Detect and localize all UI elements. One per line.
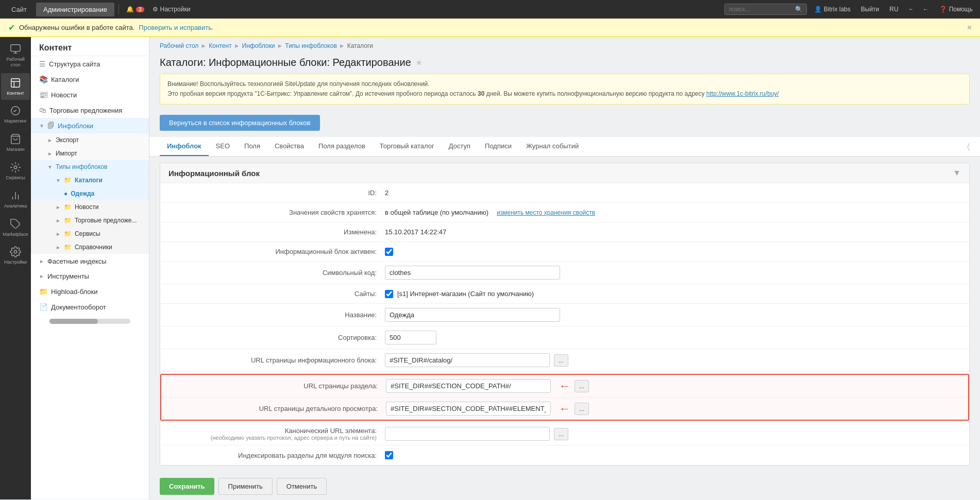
sidebar-scrollbar[interactable] <box>49 319 130 324</box>
url-section-browse-button[interactable]: ... <box>575 380 589 392</box>
alert-link[interactable]: Проверить и исправить. <box>139 24 213 31</box>
breadcrumb-sep-4: ► <box>339 42 345 49</box>
sidebar-icon-shop[interactable]: Магазин <box>1 129 30 157</box>
settings-button[interactable]: ⚙ Настройки <box>149 4 194 14</box>
tab-site[interactable]: Сайт <box>4 3 34 16</box>
folder-icon: 📁 <box>64 217 72 224</box>
sidebar-icon-desktop[interactable]: Рабочий стол <box>1 39 30 72</box>
sidebar-icon-settings[interactable]: Настройки <box>1 242 30 269</box>
close-alert-button[interactable]: × <box>967 23 972 32</box>
bell-icon: 🔔 <box>126 6 134 13</box>
url-page-input[interactable] <box>385 353 550 367</box>
url-page-browse-button[interactable]: ... <box>554 354 568 367</box>
list-icon: ☰ <box>39 60 46 68</box>
sidebar-item-infoblocks[interactable]: ▼ 🗐 Инфоблоки <box>31 118 149 133</box>
tab-infoblock[interactable]: Инфоблок <box>160 137 209 156</box>
sidebar-item-trade[interactable]: 🛍 Торговые предложения <box>31 102 149 118</box>
symbol-code-input[interactable] <box>385 266 560 280</box>
logout-button[interactable]: Выйти <box>858 4 883 14</box>
modified-value: 15.10.2017 14:22:47 <box>385 228 961 236</box>
svg-rect-0 <box>11 45 20 51</box>
right-arrow: ► <box>56 218 61 223</box>
sidebar-item-services-sub[interactable]: ► 📁 Сервисы <box>31 227 149 240</box>
active-checkbox[interactable] <box>385 248 393 256</box>
breadcrumb-desktop[interactable]: Рабочий стол <box>160 42 198 49</box>
sidebar-item-offers-sub[interactable]: ► 📁 Торговые предложе... <box>31 214 149 227</box>
sidebar-item-catalogs[interactable]: 📚 Каталоги <box>31 72 149 87</box>
arrow-button[interactable]: ← <box>920 4 932 14</box>
sidebar-item-docflow[interactable]: 📄 Документооборот <box>31 299 149 315</box>
user-button[interactable]: 👤 Bitrix labs <box>811 4 854 14</box>
right-arrow: ► <box>56 204 61 210</box>
main-layout: Рабочий стол Контент Маркетинг Магазин С… <box>0 37 980 499</box>
sites-label: Сайты: <box>168 290 385 298</box>
top-nav: Сайт Администрирование 🔔 3 ⚙ Настройки 🔍… <box>0 0 980 19</box>
buy-link[interactable]: http://www.1c-bitrix.ru/buy/ <box>706 90 779 97</box>
tab-events-log[interactable]: Журнал событий <box>519 137 586 156</box>
sidebar-icon-services[interactable]: Сервисы <box>1 158 30 185</box>
cancel-button[interactable]: Отменить <box>277 478 327 495</box>
tab-trade-catalog[interactable]: Торговый каталог <box>373 137 442 156</box>
minimize-button[interactable]: − <box>906 4 916 14</box>
apply-button[interactable]: Применить <box>218 478 273 495</box>
index-value <box>385 451 961 459</box>
breadcrumb-content[interactable]: Контент <box>209 42 231 49</box>
sidebar-item-references-sub[interactable]: ► 📁 Справочники <box>31 240 149 254</box>
sort-input[interactable] <box>385 331 436 344</box>
sidebar-icon-content[interactable]: Контент <box>1 73 30 100</box>
tab-access[interactable]: Доступ <box>442 137 478 156</box>
sidebar-item-types[interactable]: ▼ Типы инфоблоков <box>31 160 149 174</box>
tab-fields[interactable]: Поля <box>237 137 267 156</box>
favorite-star-icon[interactable]: ★ <box>415 58 423 67</box>
tab-seo[interactable]: SEO <box>209 137 237 156</box>
sidebar-item-import[interactable]: ► Импорт <box>31 147 149 160</box>
search-input[interactable] <box>724 4 807 15</box>
sidebar-item-catalogs-sub[interactable]: ▼ 📁 Каталоги <box>31 174 149 187</box>
index-checkbox[interactable] <box>385 451 393 459</box>
sidebar-item-clothing[interactable]: ● Одежда <box>31 187 149 200</box>
help-button[interactable]: ❓ Помощь <box>936 4 976 14</box>
help-icon: ❓ <box>939 6 947 13</box>
language-button[interactable]: RU <box>886 4 901 14</box>
sidebar-icon-marketing[interactable]: Маркетинг <box>1 101 30 128</box>
catalogs-submenu: ● Одежда <box>31 187 149 200</box>
tabs-pin-icon[interactable]: 〈 <box>967 142 970 151</box>
back-to-list-button[interactable]: Вернуться в список информационных блоков <box>160 115 320 131</box>
sidebar-item-facets[interactable]: ► Фасетные индексы <box>31 254 149 269</box>
url-section-label: URL страницы раздела: <box>170 382 386 390</box>
name-input[interactable] <box>385 308 560 322</box>
collapse-button[interactable]: ▼ <box>953 168 961 178</box>
tab-properties[interactable]: Свойства <box>267 137 311 156</box>
expand-arrow: ▼ <box>47 164 53 170</box>
back-button-area: Вернуться в список информационных блоков <box>149 111 980 137</box>
sidebar-icon-marketplace[interactable]: Marketplace <box>1 214 30 242</box>
sidebar-item-export[interactable]: ► Экспорт <box>31 133 149 147</box>
sort-value <box>385 331 961 344</box>
sidebar-item-highload[interactable]: 📁 Highload-блоки <box>31 284 149 299</box>
canonical-browse-button[interactable]: ... <box>554 428 568 440</box>
sidebar-item-news[interactable]: 📰 Новости <box>31 87 149 102</box>
sidebar-item-tools[interactable]: ► Инструменты <box>31 269 149 284</box>
sidebar-icon-analytics[interactable]: Аналитика <box>1 186 30 213</box>
sidebar-item-structure[interactable]: ☰ Структура сайта <box>31 56 149 72</box>
tab-admin[interactable]: Администрирование <box>36 3 114 16</box>
breadcrumb-types[interactable]: Типы инфоблоков <box>285 42 336 49</box>
url-section-input[interactable] <box>386 379 551 393</box>
tab-subscriptions[interactable]: Подписи <box>478 137 519 156</box>
folder-icon: 📁 <box>64 177 72 184</box>
sites-checkbox[interactable] <box>385 290 393 298</box>
types-submenu: ▼ 📁 Каталоги ● Одежда <box>31 174 149 254</box>
canonical-input[interactable] <box>385 427 550 441</box>
tab-section-fields[interactable]: Поля разделов <box>311 137 373 156</box>
url-detail-browse-button[interactable]: ... <box>575 403 589 415</box>
page-title: Каталоги: Информационные блоки: Редактир… <box>160 57 411 68</box>
url-detail-input[interactable] <box>386 402 551 416</box>
symbol-code-value <box>385 266 961 280</box>
expand-arrow: ▼ <box>56 178 61 183</box>
save-button[interactable]: Сохранить <box>160 478 214 495</box>
notifications-button[interactable]: 🔔 3 <box>123 4 147 14</box>
breadcrumb-infoblocks[interactable]: Инфоблоки <box>242 42 275 49</box>
svg-point-13 <box>14 251 17 254</box>
sidebar-item-news-sub[interactable]: ► 📁 Новости <box>31 200 149 214</box>
storage-change-link[interactable]: изменить место хранения свойств <box>497 209 595 216</box>
